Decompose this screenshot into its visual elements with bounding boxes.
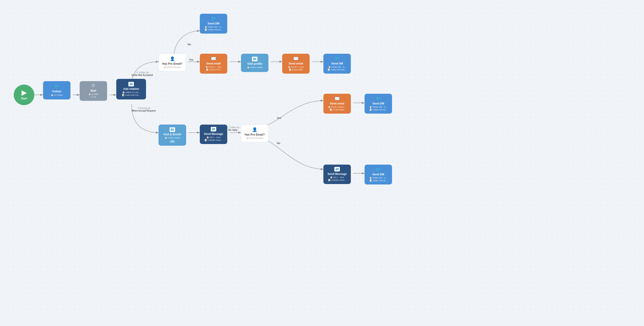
send-email-accept-detail2: 📝Email #ad29 <box>330 109 344 111</box>
email-icon-1: ✉️ <box>211 56 216 61</box>
person-icon-1: 👤 <box>170 56 175 61</box>
follow-title: Follow <box>52 90 61 93</box>
linkedin-icon-3: in <box>170 127 175 132</box>
label-when-accept: ⏱ During 4dWhen Accept Request <box>132 107 156 112</box>
add-relation-title: Add relation <box>123 87 139 90</box>
add-relation-detail2: 📝Invite note #c6... <box>122 94 140 97</box>
send-message-title: Send Message <box>204 132 223 136</box>
clock-icon: ⏱ <box>91 83 96 88</box>
label-no-top: No <box>188 43 191 46</box>
wait-node[interactable]: ⏱ Wait 📋 #2 Wait ⏱ 2d <box>80 81 107 101</box>
send-dm-mid-detail1: 📋Twitter DM - S... <box>328 66 346 69</box>
visit-enrich-title: Visit & Enrich <box>164 133 181 136</box>
visit-enrich-badge: Old <box>170 140 175 143</box>
person-icon-2: 👤 <box>252 127 257 132</box>
send-message-bot-node[interactable]: in Send Message 📋DM 1 - Sent 📝Linkedin m… <box>323 165 351 184</box>
send-message-detail2: 📝Linkedin mess... <box>204 139 222 142</box>
twitter-icon-4: 🐦 <box>376 96 381 101</box>
twitter-icon-2: 🐦 <box>211 16 216 21</box>
send-dm-mid-node[interactable]: 🐦 Send DM 📋Twitter DM - S... 📝Twitter DM… <box>323 54 351 74</box>
start-label: Start <box>21 97 27 100</box>
send-dm-mid-detail2: 📝Twitter DM #d1... <box>328 69 346 71</box>
wait-title: Wait <box>91 89 96 92</box>
send-dm-accept-detail1: 📋Twitter DM - S... <box>369 106 387 109</box>
send-message-bot-detail2: 📝Linkedin mess... <box>328 179 346 182</box>
send-dm-top-title: Send DM <box>208 22 219 25</box>
label-no-bot: No <box>277 142 280 144</box>
send-dm-top-detail2: 📝Twitter DM #a... <box>205 28 222 31</box>
send-dm-bot-title: Send DM <box>372 173 384 176</box>
has-pro-email-top-node[interactable]: 👤 Has Pro Email? 📋Email Checked <box>158 54 186 71</box>
linkedin-icon-1: in <box>128 82 134 86</box>
connections-svg <box>0 0 644 326</box>
send-dm-accept-detail2: 📝Twitter DM #a... <box>370 109 387 111</box>
label-invite-not-accepted: ⏱ If After 4dInvite Not Accepted <box>132 71 153 76</box>
has-pro-email-top-detail: 📋Email Checked <box>164 66 181 69</box>
send-message-node[interactable]: in Send Message 📋DM 1 - Sent 📝Linkedin m… <box>200 125 227 144</box>
flow-canvas: ⏱ If After 4dInvite Not Accepted ⏱ Durin… <box>0 0 644 326</box>
send-dm-accept-title: Send DM <box>372 102 384 105</box>
play-icon: ▶ <box>22 89 26 96</box>
follow-detail-icon: 📋 <box>51 94 53 97</box>
has-pro-email-bot-title: Has Pro Email? <box>245 133 265 136</box>
send-message-bot-detail1: 📋DM 1 - Sent <box>330 176 344 179</box>
send-email-2-node[interactable]: ✉️ Send email 📋Email 2 - Sent 📝Email #df… <box>282 54 310 74</box>
email-icon-3: ✉️ <box>334 96 340 101</box>
has-pro-email-bot-node[interactable]: 👤 Has Pro Email? 📋Email Checked <box>241 125 268 142</box>
linkedin-icon-4: in <box>211 127 216 131</box>
label-yes-bot: Yes <box>277 117 281 119</box>
send-dm-mid-title: Send DM <box>331 62 343 65</box>
send-dm-bot-node[interactable]: 🐦 Send DM 📋Twitter DM - S... 📝Twitter DM… <box>364 165 392 185</box>
send-dm-top-detail1: 📋Twitter DM - S... <box>204 26 222 28</box>
linkedin-icon-2: in <box>252 57 258 61</box>
has-pro-email-top-title: Has Pro Email? <box>162 62 182 65</box>
send-email-2-detail2: 📝Email #df85 <box>289 69 303 71</box>
email-icon-2: ✉️ <box>294 56 298 61</box>
twitter-icon: 🐦 <box>54 84 59 89</box>
visit-profile-node[interactable]: in Visit profile 📋Profile Visited <box>241 54 268 72</box>
send-email-accept-detail1: 📋Email 1 post D... <box>328 106 346 109</box>
wait-detail-icon1: 📋 <box>88 93 91 96</box>
send-dm-top-node[interactable]: 🐦 Send DM 📋Twitter DM - S... 📝Twitter DM… <box>200 14 227 34</box>
wait-detail2: ⏱ 2d <box>91 96 96 98</box>
start-node[interactable]: ▶ Start <box>14 85 34 105</box>
visit-enrich-node[interactable]: in Visit & Enrich 📋Profile Visited Old <box>158 125 186 146</box>
send-email-1-detail1: 📋Email 1 - Sent <box>206 66 222 69</box>
wait-detail-icon2: ⏱ <box>91 96 93 98</box>
visit-enrich-detail: 📋Profile Visited <box>164 137 180 139</box>
add-relation-detail1: 📋Added on Link... <box>122 91 140 94</box>
has-pro-email-bot-detail: 📋Email Checked <box>246 137 263 140</box>
wait-detail1: 📋 #2 Wait <box>88 93 98 96</box>
follow-detail: 📋 #1 Follow <box>51 94 63 97</box>
send-email-1-detail2: 📝Email #7770 <box>206 69 220 71</box>
send-dm-bot-detail1: 📋Twitter DM - S... <box>369 177 387 179</box>
send-email-accept-title: Send email <box>330 102 344 105</box>
send-dm-bot-detail2: 📝Twitter DM #b... <box>370 179 387 182</box>
visit-profile-detail: 📋Profile Visited <box>247 66 262 69</box>
send-email-accept-node[interactable]: ✉️ Send email 📋Email 1 post D... 📝Email … <box>323 94 351 114</box>
send-message-detail1: 📋DM 1 - Sent <box>206 136 220 139</box>
add-relation-node[interactable]: in Add relation 📋Added on Link... 📝Invit… <box>116 79 146 99</box>
visit-profile-title: Visit profile <box>247 62 262 65</box>
follow-node[interactable]: 🐦 Follow 📋 #1 Follow <box>43 81 70 99</box>
send-email-1-title: Send email <box>206 62 220 65</box>
send-message-bot-title: Send Message <box>328 172 346 176</box>
twitter-icon-5: 🐦 <box>376 167 381 172</box>
send-email-1-node[interactable]: ✉️ Send email 📋Email 1 - Sent 📝Email #77… <box>200 54 227 74</box>
linkedin-icon-5: in <box>334 167 340 171</box>
label-yes-top: Yes <box>189 58 194 61</box>
send-email-2-detail1: 📋Email 2 - Sent <box>288 66 304 69</box>
label-no-reply-4d: ⏱ If After 4dNo reply <box>226 126 240 131</box>
twitter-icon-3: 🐦 <box>334 56 340 61</box>
send-dm-accept-node[interactable]: 🐦 Send DM 📋Twitter DM - S... 📝Twitter DM… <box>364 94 392 114</box>
send-email-2-title: Send email <box>288 62 303 65</box>
